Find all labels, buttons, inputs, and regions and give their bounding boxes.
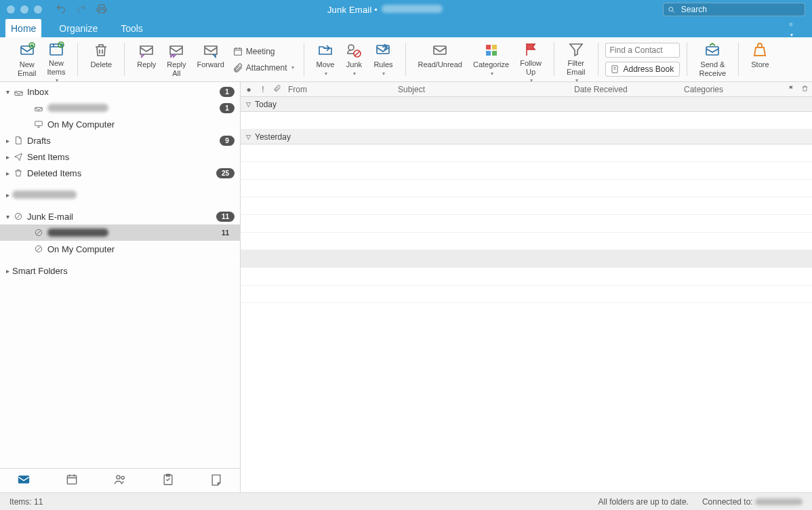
maximize-window-icon[interactable] bbox=[34, 5, 42, 14]
folder-inbox[interactable]: ▾ Inbox 1 bbox=[0, 83, 240, 100]
svg-rect-20 bbox=[35, 121, 43, 125]
folder-inbox-on-my-computer[interactable]: On My Computer bbox=[0, 116, 240, 132]
inbox-sub-badge: 1 bbox=[220, 103, 235, 113]
inbox-badge: 1 bbox=[220, 87, 235, 97]
folder-account[interactable]: ▸ bbox=[0, 187, 240, 203]
address-book-button[interactable]: Address Book bbox=[605, 62, 680, 77]
sent-icon bbox=[12, 151, 24, 163]
col-read-icon[interactable]: ● bbox=[241, 85, 257, 94]
svg-point-0 bbox=[669, 7, 673, 11]
group-yesterday[interactable]: ▽ Yesterday bbox=[241, 130, 812, 144]
notes-view-icon[interactable] bbox=[209, 473, 223, 488]
folder-sent-items[interactable]: ▸ Sent Items bbox=[0, 149, 240, 165]
account-icon[interactable]: ▾ bbox=[789, 18, 793, 39]
store-button[interactable]: Store bbox=[746, 40, 774, 79]
close-window-icon[interactable] bbox=[7, 5, 15, 14]
svg-rect-17 bbox=[706, 47, 718, 55]
chevron-down-icon: ▽ bbox=[246, 134, 251, 140]
status-sync: All folders are up to date. bbox=[598, 497, 689, 507]
message-row[interactable] bbox=[241, 197, 812, 215]
folder-inbox-account[interactable]: 1 bbox=[0, 100, 240, 116]
reply-all-button[interactable]: Reply All bbox=[161, 40, 191, 79]
junk-button[interactable]: Junk▾ bbox=[340, 40, 368, 79]
new-email-button[interactable]: New Email bbox=[12, 40, 42, 79]
categorize-button[interactable]: Categorize▾ bbox=[468, 40, 514, 79]
svg-rect-13 bbox=[492, 45, 497, 50]
traffic-lights[interactable] bbox=[7, 5, 42, 14]
mail-view-icon[interactable] bbox=[17, 473, 31, 488]
folder-junk-email[interactable]: ▾ Junk E-mail 11 bbox=[0, 208, 240, 224]
svg-point-2 bbox=[790, 23, 792, 24]
redo-icon[interactable] bbox=[76, 3, 87, 16]
status-item-count: Items: 11 bbox=[9, 497, 43, 507]
message-row[interactable] bbox=[241, 215, 812, 233]
follow-up-button[interactable]: Follow Up▾ bbox=[514, 40, 547, 79]
search-box[interactable] bbox=[663, 3, 805, 16]
svg-rect-18 bbox=[14, 91, 22, 95]
list-header: ● ! From Subject Date Received Categorie… bbox=[241, 82, 812, 97]
col-importance-icon[interactable]: ! bbox=[257, 85, 269, 94]
col-attachment-icon[interactable] bbox=[269, 84, 284, 94]
trash-icon bbox=[12, 167, 24, 179]
col-from[interactable]: From bbox=[284, 85, 394, 94]
tab-home[interactable]: Home bbox=[5, 19, 41, 37]
send-receive-button[interactable]: Send & Receive bbox=[694, 40, 732, 79]
undo-icon[interactable] bbox=[56, 3, 66, 16]
attachment-button[interactable]: Attachment▾ bbox=[230, 61, 297, 75]
new-items-button[interactable]: New Items▾ bbox=[42, 40, 71, 79]
message-row[interactable] bbox=[241, 286, 812, 303]
tab-organize[interactable]: Organize bbox=[54, 19, 103, 37]
rules-button[interactable]: Rules▾ bbox=[368, 40, 398, 79]
chevron-down-icon: ▽ bbox=[246, 101, 251, 108]
meeting-button[interactable]: Meeting bbox=[230, 45, 297, 58]
message-row[interactable] bbox=[241, 144, 812, 162]
folder-drafts[interactable]: ▸ Drafts 9 bbox=[0, 132, 240, 149]
people-view-icon[interactable] bbox=[113, 473, 127, 488]
tasks-view-icon[interactable] bbox=[161, 473, 175, 488]
status-connected: Connected to: bbox=[702, 497, 803, 507]
col-categories[interactable]: Categories bbox=[680, 85, 784, 94]
forward-button[interactable]: Forward bbox=[191, 40, 229, 79]
message-row[interactable] bbox=[241, 268, 812, 286]
svg-rect-12 bbox=[486, 45, 491, 50]
svg-point-27 bbox=[121, 476, 124, 479]
col-date-received[interactable]: Date Received bbox=[570, 85, 680, 94]
tab-tools[interactable]: Tools bbox=[115, 19, 148, 37]
folder-smart-folders[interactable]: ▸ Smart Folders bbox=[0, 262, 240, 279]
svg-point-26 bbox=[117, 475, 120, 479]
message-row[interactable] bbox=[241, 162, 812, 180]
find-contact-input[interactable] bbox=[605, 43, 680, 58]
delete-button[interactable]: Delete bbox=[85, 40, 117, 79]
svg-rect-3 bbox=[21, 46, 33, 54]
col-subject[interactable]: Subject bbox=[394, 85, 570, 94]
calendar-view-icon[interactable] bbox=[65, 473, 79, 488]
inbox-icon bbox=[33, 102, 45, 114]
group-today[interactable]: ▽ Today bbox=[241, 97, 812, 112]
read-unread-button[interactable]: Read/Unread bbox=[413, 40, 468, 79]
filter-email-button[interactable]: Filter Email▾ bbox=[561, 40, 591, 79]
drafts-icon bbox=[12, 134, 24, 146]
reply-button[interactable]: Reply bbox=[131, 40, 161, 79]
svg-rect-7 bbox=[234, 48, 241, 55]
folder-junk-account-selected[interactable]: 11 bbox=[0, 224, 240, 241]
folder-deleted-items[interactable]: ▸ Deleted Items 25 bbox=[0, 165, 240, 181]
message-row[interactable] bbox=[241, 233, 812, 250]
computer-icon bbox=[33, 118, 45, 130]
drafts-badge: 9 bbox=[220, 136, 235, 146]
svg-rect-25 bbox=[68, 475, 77, 484]
minimize-window-icon[interactable] bbox=[20, 5, 28, 14]
col-flag-icon[interactable] bbox=[784, 85, 797, 94]
print-icon[interactable] bbox=[96, 3, 107, 16]
col-delete-icon[interactable] bbox=[797, 85, 812, 94]
message-row[interactable] bbox=[241, 250, 812, 268]
junk-icon bbox=[33, 227, 45, 239]
search-input[interactable] bbox=[680, 4, 800, 15]
message-row[interactable] bbox=[241, 112, 812, 130]
folder-junk-on-my-computer[interactable]: On My Computer bbox=[0, 241, 240, 257]
message-row[interactable] bbox=[241, 180, 812, 197]
move-button[interactable]: Move▾ bbox=[311, 40, 340, 79]
message-list-pane: ● ! From Subject Date Received Categorie… bbox=[241, 82, 812, 492]
svg-rect-19 bbox=[35, 107, 43, 111]
svg-rect-15 bbox=[492, 51, 497, 56]
junk-badge: 11 bbox=[216, 212, 235, 222]
